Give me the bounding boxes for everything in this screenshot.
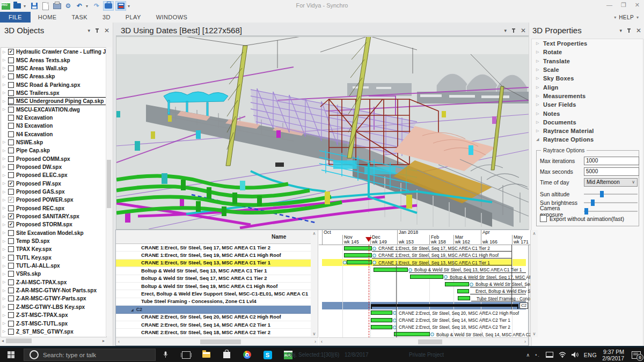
- tree-item[interactable]: ▷Z_ST_MSC_GTWY.spx: [1, 328, 106, 336]
- scroll-left-icon[interactable]: ‹: [118, 339, 120, 344]
- language-indicator[interactable]: ENG: [584, 352, 597, 358]
- store-icon[interactable]: [222, 350, 231, 359]
- expand-icon[interactable]: ▷: [536, 120, 543, 124]
- scroll-left-icon[interactable]: ◂: [2, 338, 4, 343]
- section-notes[interactable]: ▷Notes: [532, 109, 643, 117]
- gantt-bar-row[interactable]: Boltup & Weld Str Steel, Seq 17, MSC ARE…: [322, 274, 526, 280]
- tab-play[interactable]: PLAY: [118, 12, 149, 23]
- visibility-checkbox[interactable]: ✓: [8, 49, 14, 55]
- task-bar[interactable]: [347, 260, 372, 264]
- section-raytrace-material[interactable]: ▷Raytrace Material: [532, 127, 643, 135]
- gantt-name-table[interactable]: Name CRANE 1:Erect, Str Steel, Seq 17, M…: [116, 230, 311, 337]
- time-of-day-select[interactable]: Mid Afternoon ∨: [584, 178, 638, 187]
- section-translate[interactable]: ▷Translate: [532, 57, 643, 65]
- task-view-icon[interactable]: [181, 350, 191, 359]
- tree-item[interactable]: ▷Temp SD.spx: [1, 237, 106, 245]
- gantt-task-row[interactable]: CRANE 2:Erect, Str Steel, Seq 14, MSC AR…: [116, 321, 311, 329]
- visibility-checkbox[interactable]: [8, 115, 14, 121]
- expand-icon[interactable]: ▷: [536, 94, 543, 98]
- tray-dots-icon[interactable]: •.: [535, 352, 540, 358]
- tab-windows[interactable]: WINDOWS: [149, 12, 195, 23]
- expand-icon[interactable]: ▷: [536, 129, 543, 133]
- tree-vertical-scrollbar[interactable]: [106, 47, 112, 336]
- expand-icon[interactable]: ▷: [3, 280, 8, 284]
- synchro-pro-taskbar-icon[interactable]: PRO: [283, 350, 292, 359]
- visibility-checkbox[interactable]: [8, 230, 14, 236]
- tree-item[interactable]: ▷✓Proposed FW.spx: [1, 180, 106, 188]
- tree-item[interactable]: ▷Z-AI-MSC-TPAX.spx: [1, 278, 106, 286]
- gantt-task-row[interactable]: Boltup & Weld Str Steel, Seq 19, MSC ARE…: [116, 283, 311, 290]
- gantt-bar-row[interactable]: CRANE 2:Erect, Str Steel, Seq 20, MSC AR…: [322, 309, 526, 316]
- gantt-task-row[interactable]: Tube Steel Framing - Concessions, Zone C…: [116, 298, 311, 306]
- tree-item[interactable]: ▷MSC Road & Parking.spx: [1, 80, 106, 88]
- summary-bar[interactable]: [371, 304, 518, 307]
- task-bar[interactable]: [374, 268, 408, 272]
- close-icon[interactable]: ✕: [104, 28, 109, 33]
- visibility-checkbox[interactable]: [8, 279, 14, 285]
- tree-item[interactable]: ▷Proposed GAS.spx: [1, 188, 106, 196]
- tree-item[interactable]: ▷VSRs.skp: [1, 270, 106, 278]
- tree-item[interactable]: ▷✓Proposed STORM.spx: [1, 220, 106, 228]
- visibility-checkbox[interactable]: [8, 287, 14, 293]
- expand-icon[interactable]: ▷: [3, 272, 8, 276]
- visibility-checkbox[interactable]: [8, 90, 14, 96]
- expand-icon[interactable]: ▷: [3, 99, 8, 104]
- visibility-checkbox[interactable]: [8, 205, 14, 211]
- scroll-left-icon[interactable]: ‹: [321, 339, 323, 344]
- visibility-checkbox[interactable]: [8, 295, 14, 301]
- gantt-bar-row[interactable]: CRANE 2:Erect, Str Steel, Seq 14, MSC AR…: [322, 316, 526, 323]
- gantt-task-row[interactable]: Boltup & Weld Str Steel, Seq 17, MSC ARE…: [116, 275, 311, 283]
- expand-icon[interactable]: ▷: [3, 239, 8, 243]
- task-bar[interactable]: [458, 296, 470, 300]
- gantt-bar-row[interactable]: CRANE 1:Erect, Str Steel, Seq 17, MSC AR…: [322, 245, 526, 252]
- close-icon[interactable]: ✕: [635, 2, 640, 9]
- tree-item[interactable]: ▷✓Hydraulic Crawler Crane - Luffing Jib.…: [1, 48, 106, 56]
- section-measurements[interactable]: ▷Measurements: [532, 92, 643, 100]
- tree-item[interactable]: ▷MSC Areas Texts.skp: [1, 56, 106, 64]
- tree-item[interactable]: ▷MSCU-EXCAVATION.dwg: [1, 105, 106, 113]
- tree-item[interactable]: ▷TPAX Key.spx: [1, 245, 106, 253]
- section-text-properties[interactable]: ▷Text Properties: [532, 39, 643, 48]
- expand-icon[interactable]: ▷: [3, 83, 8, 87]
- visibility-checkbox[interactable]: [8, 321, 14, 327]
- expand-icon[interactable]: ▷: [3, 149, 8, 153]
- gantt-task-row[interactable]: CRANE 1:Erect, Str Steel, Seq 13, MSC AR…: [116, 260, 311, 267]
- start-icon[interactable]: [0, 348, 21, 362]
- gantt-chart[interactable]: OctJan 2018Apr NovDecFebMarMay wk 145wk …: [319, 230, 530, 337]
- pin-icon[interactable]: [95, 28, 99, 33]
- visibility-checkbox[interactable]: [8, 73, 14, 79]
- tree-item[interactable]: ▷TUTL Key.spx: [1, 254, 106, 262]
- tab-3d[interactable]: 3D: [95, 12, 118, 23]
- scroll-down-icon[interactable]: ∨: [533, 331, 536, 336]
- expand-icon[interactable]: ▷: [3, 66, 8, 70]
- tree-item[interactable]: N3 Excavation: [1, 122, 106, 130]
- gantt-bar-row[interactable]: Boltup & Weld Str Steel, Seq 19, MSC ARE…: [322, 280, 526, 287]
- time-cursor-icon[interactable]: [365, 237, 372, 245]
- gantt-task-row[interactable]: CRANE 1:Erect, Str Steel, Seq 17, MSC AR…: [116, 244, 311, 252]
- tab-task[interactable]: TASK: [64, 12, 95, 23]
- expand-icon[interactable]: ▷: [3, 140, 8, 144]
- visibility-checkbox[interactable]: ✓: [8, 181, 14, 187]
- tree-item[interactable]: ▷Z-AR-MSC-GTWY-Parts.spx: [1, 294, 106, 302]
- gantt-task-row[interactable]: CRANE 2:Erect, Str Steel, Seq 18, MSC AR…: [116, 329, 311, 336]
- expand-icon[interactable]: ▷: [3, 198, 8, 202]
- panel-menu-icon[interactable]: ▾: [619, 28, 622, 33]
- tree-item[interactable]: ▷Proposed COMM.spx: [1, 154, 106, 162]
- expand-icon[interactable]: ▷: [3, 305, 8, 309]
- sun-altitude-slider[interactable]: [584, 190, 638, 198]
- notification-icon[interactable]: 6: [632, 350, 641, 359]
- visibility-checkbox[interactable]: ✓: [8, 221, 14, 227]
- gantt-name-header[interactable]: Name: [116, 230, 311, 244]
- visibility-checkbox[interactable]: [8, 164, 14, 170]
- gantt-bar-row[interactable]: Boltup & Weld Str Steel, Seq 14, MSC ARE…: [322, 331, 526, 337]
- scroll-down-icon[interactable]: ∨: [313, 331, 316, 336]
- expand-icon[interactable]: ▷: [3, 58, 8, 62]
- expand-icon[interactable]: ▷: [3, 329, 8, 334]
- visibility-checkbox[interactable]: [8, 238, 14, 244]
- panel-menu-icon[interactable]: ▾: [87, 28, 90, 33]
- tree-item[interactable]: ▷Pipe Cap.skp: [1, 146, 106, 154]
- visibility-checkbox[interactable]: [8, 156, 14, 162]
- task-bar[interactable]: [344, 253, 372, 257]
- minimize-icon[interactable]: —: [606, 2, 612, 9]
- tab-home[interactable]: HOME: [31, 12, 64, 23]
